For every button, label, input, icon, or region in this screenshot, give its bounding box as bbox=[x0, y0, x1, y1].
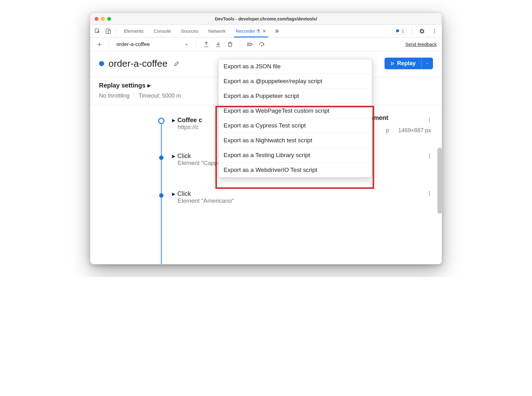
step-head: ▶ Click bbox=[172, 190, 432, 197]
tab-console[interactable]: Console bbox=[149, 25, 175, 37]
svg-point-5 bbox=[434, 32, 435, 33]
chevron-right-icon: ▶ bbox=[172, 191, 175, 196]
svg-point-8 bbox=[429, 120, 430, 121]
settings-gear-icon[interactable] bbox=[417, 26, 427, 36]
panel-tabs: Elements Console Sources Network Recorde… bbox=[90, 25, 442, 37]
chevron-right-icon: ▸ bbox=[147, 82, 151, 89]
export-testing-library[interactable]: Export as a Testing Library script bbox=[219, 148, 372, 163]
step-over-icon[interactable] bbox=[257, 40, 267, 49]
new-recording-icon[interactable] bbox=[95, 40, 103, 48]
recording-status-icon bbox=[99, 61, 104, 66]
edit-title-icon[interactable] bbox=[172, 59, 181, 68]
issues-count: 1 bbox=[402, 29, 404, 34]
settings-label: Replay settings bbox=[99, 82, 146, 89]
chevron-down-icon bbox=[184, 42, 189, 47]
replay-button-main[interactable]: Replay bbox=[385, 58, 421, 69]
tab-network[interactable]: Network bbox=[204, 25, 230, 37]
step-title: Coffee c bbox=[177, 116, 202, 124]
inspect-element-icon[interactable] bbox=[93, 26, 102, 36]
chevron-right-icon: ▶ bbox=[172, 118, 175, 123]
kebab-menu-icon[interactable] bbox=[427, 117, 432, 123]
tab-sources[interactable]: Sources bbox=[177, 25, 203, 37]
kebab-menu-icon[interactable] bbox=[430, 26, 439, 36]
close-icon[interactable]: ✕ bbox=[262, 28, 266, 34]
recording-name: order-a-coffee bbox=[116, 41, 150, 48]
flask-icon: ⚗ bbox=[256, 29, 260, 34]
svg-point-7 bbox=[429, 118, 430, 119]
timeline-node bbox=[159, 156, 163, 160]
export-nightwatch[interactable]: Export as a Nightwatch test script bbox=[219, 133, 372, 148]
window-titlebar: DevTools - developer.chrome.com/tags/dev… bbox=[90, 13, 442, 25]
divider bbox=[116, 28, 116, 35]
tab-label: Elements bbox=[124, 28, 144, 34]
devtools-window: DevTools - developer.chrome.com/tags/dev… bbox=[90, 13, 442, 264]
kebab-menu-icon[interactable] bbox=[427, 191, 432, 196]
timeout-value: Timeout: 5000 m bbox=[139, 93, 181, 99]
delete-icon[interactable] bbox=[225, 40, 235, 49]
recorder-toolbar: order-a-coffee Send feedback bbox=[90, 37, 442, 51]
step-title: Click bbox=[177, 152, 191, 160]
svg-point-11 bbox=[429, 156, 430, 156]
divider bbox=[134, 92, 134, 99]
export-icon[interactable] bbox=[202, 40, 211, 49]
chevron-right-icon: ▶ bbox=[172, 154, 175, 159]
recording-title: order-a-coffee bbox=[108, 58, 168, 69]
tab-label: Recorder bbox=[236, 28, 255, 34]
throttling-value: No throttling bbox=[99, 93, 130, 99]
export-webdriverio[interactable]: Export as a WebdriverIO Test script bbox=[219, 163, 372, 177]
header-actions: 1 bbox=[392, 26, 439, 36]
svg-point-3 bbox=[434, 29, 435, 30]
svg-rect-2 bbox=[108, 30, 111, 33]
export-json[interactable]: Export as a JSON file bbox=[219, 59, 372, 74]
export-cypress[interactable]: Export as a Cypress Test script bbox=[219, 118, 372, 133]
tab-label: Network bbox=[208, 28, 226, 34]
svg-point-15 bbox=[429, 195, 430, 196]
timeline-node-start bbox=[158, 118, 164, 124]
svg-point-9 bbox=[429, 121, 430, 122]
divider bbox=[240, 41, 240, 48]
kebab-menu-icon[interactable] bbox=[427, 153, 432, 159]
device-toolbar-icon[interactable] bbox=[103, 26, 113, 36]
divider bbox=[412, 28, 412, 35]
timeline-node bbox=[159, 193, 163, 198]
divider bbox=[108, 41, 109, 48]
import-icon[interactable] bbox=[213, 40, 223, 49]
timeline-rail bbox=[161, 121, 162, 264]
svg-point-10 bbox=[429, 154, 430, 155]
replay-button-dropdown[interactable] bbox=[421, 58, 433, 69]
tab-elements[interactable]: Elements bbox=[119, 25, 148, 37]
svg-point-14 bbox=[429, 193, 430, 194]
tab-label: Sources bbox=[181, 28, 198, 34]
issues-badge[interactable]: 1 bbox=[392, 28, 407, 35]
svg-point-4 bbox=[434, 31, 435, 31]
send-feedback-link[interactable]: Send feedback bbox=[405, 42, 437, 47]
svg-point-13 bbox=[429, 191, 430, 192]
export-webpagetest[interactable]: Export as a WebPageTest custom script bbox=[219, 104, 372, 118]
svg-point-6 bbox=[261, 45, 262, 46]
step-sub: Element "Americano" bbox=[178, 197, 432, 204]
tab-recorder[interactable]: Recorder ⚗ ✕ bbox=[231, 25, 271, 37]
svg-point-12 bbox=[429, 157, 430, 158]
window-title: DevTools - developer.chrome.com/tags/dev… bbox=[90, 16, 442, 21]
export-puppeteer-replay[interactable]: Export as a @puppeteer/replay script bbox=[219, 74, 372, 89]
scrollbar-thumb[interactable] bbox=[437, 148, 442, 214]
replay-button: Replay bbox=[385, 58, 433, 69]
step-row[interactable]: ▶ Click Element "Americano" bbox=[172, 190, 432, 204]
export-menu: Export as a JSON file Export as a @puppe… bbox=[218, 59, 372, 178]
step-replay-icon[interactable] bbox=[245, 40, 255, 49]
tab-label: Console bbox=[154, 28, 171, 34]
step-title: Click bbox=[177, 190, 191, 197]
divider bbox=[196, 41, 197, 48]
replay-label: Replay bbox=[397, 60, 416, 67]
export-puppeteer[interactable]: Export as a Puppeteer script bbox=[219, 89, 372, 104]
recording-selector[interactable]: order-a-coffee bbox=[114, 40, 191, 49]
more-tabs-icon[interactable] bbox=[272, 26, 281, 36]
